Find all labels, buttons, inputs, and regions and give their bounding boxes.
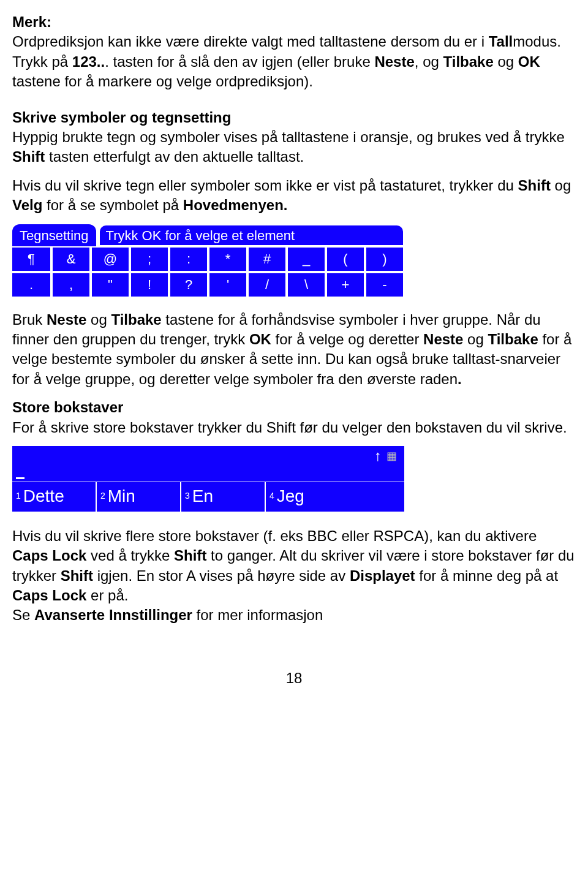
text: Hvis du vil skrive tegn eller symboler s… xyxy=(12,177,518,194)
prediction-2[interactable]: 2 Min xyxy=(97,482,181,512)
symbol-key[interactable]: \ xyxy=(287,272,326,298)
symbol-key[interactable]: : xyxy=(169,246,208,272)
paragraph-symbols-2: Hvis du vil skrive tegn eller symboler s… xyxy=(12,176,576,216)
text: Tall xyxy=(489,33,513,50)
heading: Store bokstaver xyxy=(12,399,123,415)
symbol-key[interactable]: ) xyxy=(365,246,404,272)
symbol-key[interactable]: + xyxy=(326,272,365,298)
tab-tegnsetting[interactable]: Tegnsetting xyxy=(12,224,96,247)
paragraph-merk: Merk: Ordprediksjon kan ikke være direkt… xyxy=(12,12,576,92)
heading-symbols: Skrive symboler og tegnsetting xyxy=(12,108,576,127)
paragraph-caps-lock: Hvis du vil skrive flere store bokstaver… xyxy=(12,526,576,626)
prediction-word: Min xyxy=(108,485,135,508)
text: for å se symbolet på xyxy=(42,197,183,213)
prediction-3[interactable]: 3 En xyxy=(181,482,266,512)
text: Neste xyxy=(374,53,414,70)
page-number: 18 xyxy=(12,668,576,688)
paragraph-store-bokstaver: For å skrive store bokstaver trykker du … xyxy=(12,418,576,437)
symbol-key[interactable]: ' xyxy=(208,272,247,298)
symbol-grid: ¶ & @ ; : * # _ ( ) . , " ! ? ' / \ + - xyxy=(12,246,404,297)
text-input-line[interactable] xyxy=(12,466,404,482)
text: tastene for å markere og velge ordpredik… xyxy=(12,73,313,89)
text: Se xyxy=(12,607,34,623)
text: , og xyxy=(415,53,443,70)
symbol-key[interactable]: # xyxy=(247,246,287,272)
text: Shift xyxy=(12,148,49,165)
text: Ordprediksjon kan ikke være direkte valg… xyxy=(12,33,489,50)
text: Tilbake xyxy=(488,331,538,347)
text: . xyxy=(458,371,462,387)
text: Neste xyxy=(423,331,463,347)
symbol-key[interactable]: / xyxy=(247,272,287,298)
text: ved å trykke xyxy=(86,547,174,564)
text: og xyxy=(463,331,488,347)
text: . tasten for å slå den av igjen (eller b… xyxy=(105,53,374,70)
text: Shift xyxy=(61,567,93,584)
text: for å velge og deretter xyxy=(271,331,423,347)
symbol-key[interactable]: . xyxy=(12,272,51,298)
text: Tilbake xyxy=(111,311,161,328)
prediction-word: En xyxy=(192,485,213,508)
prediction-number: 3 xyxy=(185,490,190,502)
shift-arrow-icon: ↑ xyxy=(374,448,382,463)
prediction-4[interactable]: 4 Jeg xyxy=(266,482,404,512)
text: Tilbake xyxy=(443,53,494,70)
symbol-key[interactable]: - xyxy=(365,272,404,298)
text: Hyppig brukte tegn og symboler vises på … xyxy=(12,129,565,145)
prediction-number: 4 xyxy=(270,490,274,502)
text: Hvis du vil skrive flere store bokstaver… xyxy=(12,528,537,544)
word-prediction-row: 1 Dette 2 Min 3 En 4 Jeg xyxy=(12,482,404,512)
symbol-key[interactable]: " xyxy=(91,272,130,298)
text: Displayet xyxy=(350,567,415,584)
prediction-1[interactable]: 1 Dette xyxy=(12,482,97,512)
heading: Skrive symboler og tegnsetting xyxy=(12,109,231,126)
symbol-key[interactable]: ! xyxy=(130,272,169,298)
text: Avanserte xyxy=(34,607,105,623)
text: Shift xyxy=(174,547,206,564)
paragraph-symbols-1: Hyppig brukte tegn og symboler vises på … xyxy=(12,127,576,167)
symbol-key[interactable]: ? xyxy=(169,272,208,298)
prediction-number: 2 xyxy=(100,490,105,502)
text: Neste xyxy=(47,311,86,328)
status-prompt: Trykk OK for å velge et element xyxy=(99,224,404,247)
symbol-key[interactable]: @ xyxy=(91,246,130,272)
text: For å skrive store bokstaver trykker du … xyxy=(12,419,567,436)
text: Hovedmenyen. xyxy=(183,197,288,213)
text: er på. xyxy=(86,587,128,603)
text: Velg xyxy=(12,197,42,213)
text: Caps Lock xyxy=(12,547,86,564)
symbol-key[interactable]: _ xyxy=(287,246,326,272)
prediction-word: Dette xyxy=(23,485,64,508)
prediction-word: Jeg xyxy=(277,485,304,508)
symbol-key[interactable]: ¶ xyxy=(12,246,51,272)
symbol-key[interactable]: ( xyxy=(326,246,365,272)
keypad-icon: ▦ xyxy=(386,448,397,463)
heading-store-bokstaver: Store bokstaver xyxy=(12,398,576,417)
text: OK xyxy=(249,331,271,347)
text: for mer informasjon xyxy=(192,607,323,623)
prediction-number: 1 xyxy=(16,490,21,502)
text: og xyxy=(551,177,571,194)
text: Innstillinger xyxy=(109,607,192,623)
text: tasten etterfulgt av den aktuelle tallta… xyxy=(49,148,304,165)
symbol-key[interactable]: & xyxy=(51,246,91,272)
text: OK xyxy=(518,53,540,70)
text xyxy=(105,607,109,623)
text: Bruk xyxy=(12,311,47,328)
label-merk: Merk: xyxy=(12,13,51,30)
text: og xyxy=(86,311,111,328)
text: Shift xyxy=(518,177,551,194)
text: 123.. xyxy=(72,53,105,70)
text: igjen. En stor A vises på høyre side av xyxy=(93,567,350,584)
ui-symbol-picker: Tegnsetting Trykk OK for å velge et elem… xyxy=(12,224,404,298)
text: for å minne deg på at xyxy=(415,567,558,584)
symbol-key[interactable]: , xyxy=(51,272,91,298)
symbol-key[interactable]: ; xyxy=(130,246,169,272)
symbol-key[interactable]: * xyxy=(208,246,247,272)
text: og xyxy=(494,53,518,70)
ui-shift-preview: ↑ ▦ 1 Dette 2 Min 3 En 4 Jeg xyxy=(12,446,404,512)
cursor-icon xyxy=(16,477,24,479)
text: Caps Lock xyxy=(12,587,86,603)
paragraph-use-neste-tilbake: Bruk Neste og Tilbake tastene for å forh… xyxy=(12,310,576,390)
